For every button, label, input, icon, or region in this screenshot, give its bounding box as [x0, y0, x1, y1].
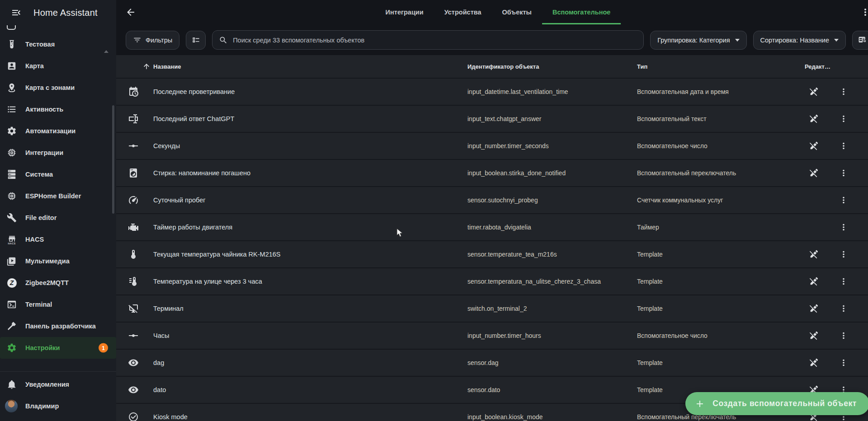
sidebar-item-панель-разработчика[interactable]: Панель разработчика	[0, 315, 116, 337]
sidebar-item-zigbee2mqtt[interactable]: ZZigbee2MQTT	[0, 272, 116, 294]
chip-icon	[6, 191, 17, 201]
pencil-off-icon[interactable]	[805, 137, 823, 155]
table-settings-button[interactable]	[852, 31, 868, 50]
pencil-off-icon[interactable]	[805, 164, 823, 182]
row-menu-dots-icon[interactable]	[835, 137, 853, 155]
pencil-off-icon[interactable]	[805, 272, 823, 290]
row-actions	[805, 164, 868, 182]
row-type: Вспомогательная дата и время	[637, 88, 805, 95]
search-input[interactable]	[233, 37, 637, 44]
ray-vertex-icon	[128, 330, 153, 341]
pencil-off-icon[interactable]	[805, 110, 823, 128]
row-name: Kiosk mode	[153, 413, 467, 421]
row-entity-id: sensor.temperature_tea_m216s	[467, 251, 637, 258]
table-row[interactable]: Текущая температура чайника RK-M216Ssens…	[116, 241, 868, 268]
row-entity-id: input_boolean.kiosk_mode	[467, 413, 637, 421]
sidebar-scrollbar[interactable]	[112, 105, 114, 214]
cog-icon	[6, 342, 17, 353]
zigbee-icon: Z	[6, 277, 17, 288]
sidebar-item-hacs[interactable]: HACSHACS	[0, 229, 116, 250]
row-entity-id: sensor.dag	[467, 359, 637, 366]
sidebar-item-мультимедиа[interactable]: Мультимедиа	[0, 250, 116, 272]
sidebar-item-интеграции[interactable]: Интеграции	[0, 142, 116, 164]
row-menu-dots-icon[interactable]	[835, 218, 853, 236]
column-header-edit[interactable]: Редакт…	[805, 63, 868, 70]
sidebar-item-автоматизации[interactable]: Автоматизации	[0, 120, 116, 142]
row-type: Template	[637, 251, 805, 258]
row-menu-dots-icon[interactable]	[835, 164, 853, 182]
row-name: Секунды	[153, 142, 467, 150]
table-row[interactable]: Часыinput_number.timer_hoursВспомогатель…	[116, 323, 868, 350]
table-row[interactable]: Последнее проветриваниеinput_datetime.la…	[116, 79, 868, 106]
table-row[interactable]: Секундыinput_number.timer_secondsВспомог…	[116, 133, 868, 160]
sidebar-item-система[interactable]: Система	[0, 164, 116, 185]
calendar-clock-icon	[128, 86, 153, 97]
sidebar-item-настройки[interactable]: Настройки1	[0, 337, 116, 359]
menu-open-icon[interactable]	[7, 4, 25, 22]
table-row[interactable]: dagsensor.dagTemplate	[116, 350, 868, 377]
row-entity-id: input_number.timer_seconds	[467, 142, 637, 150]
row-menu-dots-icon[interactable]	[835, 245, 853, 263]
table-row[interactable]: Терминалswitch.on_terminal_2Template	[116, 295, 868, 323]
table-row[interactable]: Таймер работы двигателяtimer.rabota_dvig…	[116, 214, 868, 241]
sidebar-item-label: Активность	[25, 106, 63, 113]
filters-button[interactable]: Фильтры	[126, 31, 179, 50]
pencil-off-icon[interactable]	[805, 245, 823, 263]
sidebar-item-тестовая[interactable]: Тестовая	[0, 33, 116, 55]
overflow-menu-icon[interactable]	[856, 3, 868, 21]
app-root: Home Assistant ТестоваяКартаКарта с зона…	[0, 0, 868, 421]
row-menu-dots-icon[interactable]	[835, 110, 853, 128]
row-menu-dots-icon[interactable]	[835, 272, 853, 290]
pencil-off-icon[interactable]	[805, 354, 823, 372]
row-menu-dots-icon[interactable]	[835, 327, 853, 345]
table-row[interactable]: Суточный пробегsensor.sutochnyi_probegСч…	[116, 187, 868, 214]
column-header-entity-id[interactable]: Идентификатор объекта	[467, 63, 637, 70]
row-menu-dots-icon[interactable]	[835, 354, 853, 372]
sidebar-item-label: Карта с зонами	[25, 84, 75, 91]
sidebar-item-label: Настройки	[25, 344, 60, 351]
account-box-icon	[6, 61, 17, 71]
sorting-dropdown[interactable]: Сортировка: Название	[753, 31, 846, 50]
column-header-type[interactable]: Тип	[637, 63, 805, 70]
sidebar-item-активность[interactable]: Активность	[0, 98, 116, 120]
sidebar-item-карта-с-зонами[interactable]: Карта с зонами	[0, 77, 116, 98]
row-type: Счетчик коммунальных услуг	[637, 196, 805, 204]
sidebar-scroll-up-icon[interactable]	[104, 50, 108, 53]
pencil-off-icon[interactable]	[805, 299, 823, 318]
sidebar-item-label: HACS	[25, 236, 44, 243]
sidebar-item-file-editor[interactable]: File editor	[0, 207, 116, 229]
row-entity-id: input_datetime.last_ventilation_time	[467, 88, 637, 95]
app-title: Home Assistant	[33, 8, 98, 18]
sort-arrow-up-icon	[142, 62, 151, 70]
row-actions	[805, 272, 868, 290]
table-row[interactable]: Стирка: напоминание погашеноinput_boolea…	[116, 160, 868, 187]
row-actions	[805, 83, 868, 101]
chip-icon	[6, 147, 17, 158]
row-menu-dots-icon[interactable]	[835, 299, 853, 318]
washing-machine-icon	[128, 168, 153, 178]
table-row[interactable]: Температура на улице через 3 часаsensor.…	[116, 268, 868, 295]
row-menu-dots-icon[interactable]	[835, 191, 853, 209]
row-menu-dots-icon[interactable]	[835, 83, 853, 101]
pencil-off-icon[interactable]	[805, 83, 823, 101]
sidebar-item-user[interactable]: Владимир	[0, 395, 116, 417]
grouping-dropdown[interactable]: Группировка: Категория	[650, 31, 746, 50]
pencil-off-icon[interactable]	[805, 327, 823, 345]
column-header-name[interactable]: Название	[142, 62, 467, 70]
sidebar-item-esphome-builder[interactable]: ESPHome Builder	[0, 185, 116, 207]
sidebar-item-notifications[interactable]: Уведомления	[0, 374, 116, 395]
sidebar-item-terminal[interactable]: Terminal	[0, 294, 116, 315]
sidebar-item-label: File editor	[25, 214, 57, 221]
create-helper-fab[interactable]: Создать вспомогательный объект	[685, 392, 868, 415]
tab-Интеграции[interactable]: Интеграции	[375, 0, 434, 24]
back-arrow-icon[interactable]	[122, 3, 140, 21]
filter-icon	[133, 36, 142, 44]
row-name: Температура на улице через 3 часа	[153, 278, 467, 285]
sidebar-item-карта[interactable]: Карта	[0, 55, 116, 77]
row-actions	[805, 110, 868, 128]
tab-Объекты[interactable]: Объекты	[492, 0, 542, 24]
tab-Устройства[interactable]: Устройства	[434, 0, 492, 24]
table-row[interactable]: Последний ответ ChatGPTinput_text.chatgp…	[116, 106, 868, 133]
selection-mode-button[interactable]	[186, 31, 206, 50]
tab-Вспомогательное[interactable]: Вспомогательное	[542, 0, 621, 24]
